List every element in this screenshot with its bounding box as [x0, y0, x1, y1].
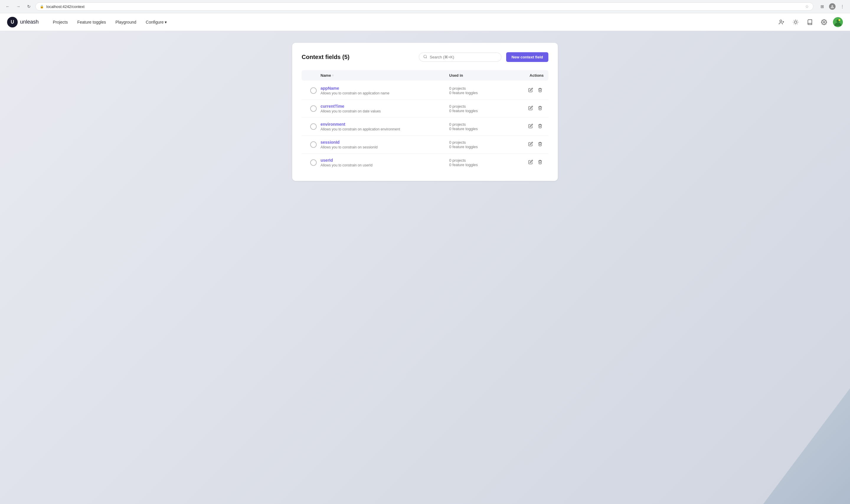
browser-chrome: ← → ↻ 🔒 localhost:4242/context ☆ ⊞ ⋮	[0, 0, 850, 13]
row-icon	[306, 105, 321, 112]
row-icon	[306, 159, 321, 166]
nav-projects[interactable]: Projects	[48, 13, 73, 31]
sort-indicator: ↑	[332, 74, 333, 77]
row-projects: 0 projects	[449, 140, 508, 145]
page-background: Context fields (5) New context field Nam…	[0, 31, 850, 504]
table-header: Name ↑ Used in Actions	[302, 70, 548, 80]
menu-button[interactable]: ⋮	[838, 2, 847, 11]
back-button[interactable]: ←	[3, 2, 12, 11]
circle-indicator	[310, 87, 317, 94]
row-usage: 0 projects 0 feature toggles	[449, 86, 508, 95]
theme-button[interactable]	[790, 17, 801, 28]
edit-button[interactable]	[527, 105, 534, 113]
circle-indicator	[310, 141, 317, 148]
row-name-cell: appName Allows you to constrain on appli…	[321, 86, 449, 95]
settings-button[interactable]	[819, 17, 829, 28]
nav-right-icons	[776, 17, 843, 28]
th-used-in: Used in	[449, 73, 508, 78]
delete-button[interactable]	[537, 87, 544, 95]
svg-line-18	[426, 57, 427, 58]
address-text: localhost:4242/context	[46, 4, 803, 9]
search-bar	[419, 53, 502, 62]
row-toggles: 0 feature toggles	[449, 109, 508, 113]
row-toggles: 0 feature toggles	[449, 91, 508, 95]
row-description: Allows you to constrain on date values	[321, 109, 449, 113]
bookmark-icon[interactable]: ☆	[805, 4, 809, 9]
row-icon	[306, 87, 321, 94]
edit-button[interactable]	[527, 141, 534, 149]
new-context-field-button[interactable]: New context field	[506, 52, 548, 62]
row-name-cell: sessionId Allows you to constrain on ses…	[321, 140, 449, 149]
search-input[interactable]	[430, 55, 497, 59]
nav-playground[interactable]: Playground	[111, 13, 141, 31]
edit-button[interactable]	[527, 123, 534, 131]
th-actions: Actions	[508, 73, 544, 78]
row-usage: 0 projects 0 feature toggles	[449, 104, 508, 113]
docs-button[interactable]	[804, 17, 815, 28]
row-usage: 0 projects 0 feature toggles	[449, 140, 508, 149]
secure-icon: 🔒	[40, 5, 44, 8]
row-name[interactable]: sessionId	[321, 140, 449, 145]
row-projects: 0 projects	[449, 104, 508, 109]
row-name-cell: environment Allows you to constrain on a…	[321, 122, 449, 131]
row-name[interactable]: currentTime	[321, 104, 449, 109]
browser-right-icons: ⊞ ⋮	[818, 2, 847, 11]
context-fields-table: Name ↑ Used in Actions appName Allows yo…	[302, 70, 548, 172]
row-projects: 0 projects	[449, 122, 508, 127]
reload-button[interactable]: ↻	[25, 2, 33, 11]
svg-line-12	[797, 20, 797, 20]
nav-links: Projects Feature toggles Playground Conf…	[48, 13, 776, 31]
app-wrapper: U unleash Projects Feature toggles Playg…	[0, 13, 850, 504]
svg-point-17	[424, 55, 427, 58]
delete-button[interactable]	[537, 123, 544, 131]
forward-button[interactable]: →	[14, 2, 22, 11]
delete-button[interactable]	[537, 141, 544, 149]
svg-point-13	[824, 21, 825, 23]
row-name[interactable]: userId	[321, 158, 449, 163]
add-user-button[interactable]	[776, 17, 787, 28]
profile-button[interactable]	[828, 2, 836, 11]
svg-line-7	[794, 20, 794, 20]
card-header: Context fields (5) New context field	[302, 52, 548, 62]
search-icon	[423, 55, 427, 60]
delete-button[interactable]	[537, 105, 544, 113]
page-title: Context fields (5)	[302, 54, 414, 60]
svg-point-16	[838, 19, 840, 21]
logo-icon: U	[7, 17, 18, 28]
row-actions	[508, 123, 544, 131]
row-name-cell: userId Allows you to constrain on userId	[321, 158, 449, 167]
th-icon	[306, 73, 321, 78]
row-toggles: 0 feature toggles	[449, 127, 508, 131]
th-name[interactable]: Name ↑	[321, 73, 449, 78]
extensions-button[interactable]: ⊞	[818, 2, 826, 11]
row-description: Allows you to constrain on application e…	[321, 127, 449, 131]
row-projects: 0 projects	[449, 86, 508, 91]
user-avatar[interactable]	[833, 17, 843, 27]
row-icon	[306, 123, 321, 130]
table-rows: appName Allows you to constrain on appli…	[302, 82, 548, 172]
address-bar[interactable]: 🔒 localhost:4242/context ☆	[35, 2, 813, 11]
circle-indicator	[310, 123, 317, 130]
edit-button[interactable]	[527, 159, 534, 167]
row-actions	[508, 159, 544, 167]
row-toggles: 0 feature toggles	[449, 145, 508, 149]
row-description: Allows you to constrain on application n…	[321, 91, 449, 95]
nav-configure[interactable]: Configure ▾	[141, 13, 172, 31]
row-projects: 0 projects	[449, 158, 508, 163]
row-usage: 0 projects 0 feature toggles	[449, 158, 508, 167]
row-description: Allows you to constrain on userId	[321, 163, 449, 167]
circle-indicator	[310, 105, 317, 112]
row-actions	[508, 141, 544, 149]
table-row: environment Allows you to constrain on a…	[302, 118, 548, 136]
row-description: Allows you to constrain on sessionId	[321, 145, 449, 149]
row-name[interactable]: appName	[321, 86, 449, 91]
table-row: sessionId Allows you to constrain on ses…	[302, 136, 548, 154]
edit-button[interactable]	[527, 87, 534, 95]
row-name[interactable]: environment	[321, 122, 449, 127]
nav-feature-toggles[interactable]: Feature toggles	[73, 13, 111, 31]
table-row: currentTime Allows you to constrain on d…	[302, 100, 548, 118]
table-row: appName Allows you to constrain on appli…	[302, 82, 548, 100]
delete-button[interactable]	[537, 159, 544, 167]
top-nav: U unleash Projects Feature toggles Playg…	[0, 13, 850, 31]
configure-chevron-icon: ▾	[165, 20, 167, 24]
